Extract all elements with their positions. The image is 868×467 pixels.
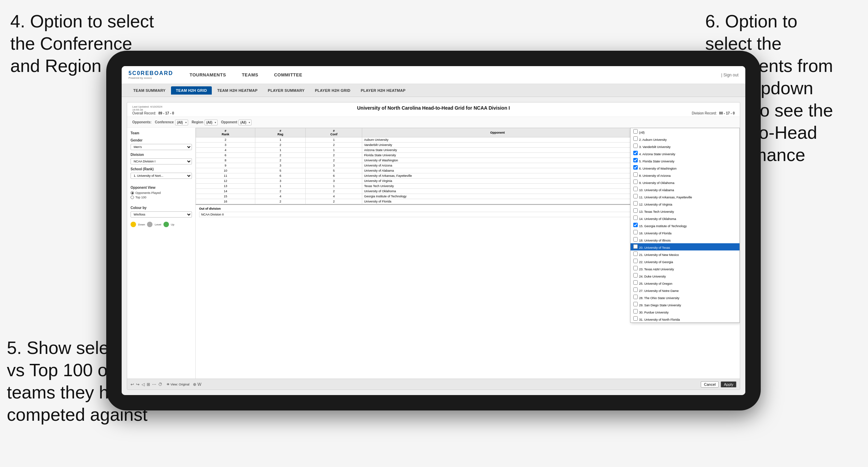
- cell-conf: 1: [306, 137, 362, 143]
- nav-teams[interactable]: TEAMS: [239, 71, 261, 79]
- cell-rag: 2: [255, 189, 306, 194]
- dropdown-item[interactable]: 4. Arizona State University: [631, 150, 739, 157]
- radio-opponents-dot: [131, 191, 134, 195]
- legend-level-dot: [147, 222, 152, 227]
- col-opponent: Opponent: [362, 128, 633, 137]
- dropdown-item[interactable]: 29. San Diego State University: [631, 301, 739, 308]
- cell-rank: 9: [196, 163, 255, 168]
- radio-group: Opponents Played Top 100: [131, 191, 192, 199]
- toolbar-actions: Cancel Apply: [701, 381, 736, 388]
- region-filter-label: Region: [192, 120, 203, 124]
- cell-rank: 6: [196, 153, 255, 158]
- dropdown-item[interactable]: 10. University of Alabama: [631, 186, 739, 193]
- toolbar-redo[interactable]: ↪: [136, 382, 139, 387]
- cell-rag: 5: [255, 168, 306, 173]
- dropdown-item[interactable]: 24. Duke University: [631, 272, 739, 279]
- subnav-player-summary[interactable]: PLAYER SUMMARY: [263, 86, 309, 95]
- toolbar-undo[interactable]: ↩: [131, 382, 134, 387]
- dropdown-item[interactable]: 8. University of Arizona: [631, 171, 739, 179]
- conference-select[interactable]: (All): [175, 120, 188, 125]
- division-select[interactable]: NCAA Division I: [131, 158, 192, 164]
- cell-conf: 5: [306, 168, 362, 173]
- sidebar-team-section: Team: [131, 131, 192, 136]
- cell-opponent: University of Alabama: [362, 168, 633, 173]
- dropdown-item[interactable]: 31. University of North Florida: [631, 315, 739, 322]
- dropdown-item[interactable]: 5. Florida State University: [631, 157, 739, 164]
- subnav-team-summary[interactable]: TEAM SUMMARY: [129, 86, 170, 95]
- nav-tournaments[interactable]: TOURNAMENTS: [187, 71, 229, 79]
- dropdown-item[interactable]: 11. University of Arkansas, Fayetteville: [631, 193, 739, 200]
- subnav-player-h2h-grid[interactable]: PLAYER H2H GRID: [310, 86, 355, 95]
- opponentview-label: Opponent View: [131, 186, 192, 189]
- subnav-player-h2h-heatmap[interactable]: PLAYER H2H HEATMAP: [356, 86, 411, 95]
- cell-rag: 2: [255, 153, 306, 158]
- cell-rank: 16: [196, 199, 255, 204]
- col-conf: #Conf: [306, 128, 362, 137]
- toolbar-expand[interactable]: ⊕ W: [193, 382, 201, 387]
- radio-top100-dot: [131, 196, 134, 199]
- opponents-label: Opponents:: [132, 120, 151, 124]
- dropdown-item[interactable]: 3. Vanderbilt University: [631, 143, 739, 150]
- cell-rank: 4: [196, 148, 255, 153]
- dropdown-item[interactable]: 23. Texas A&M University: [631, 265, 739, 272]
- dropdown-item[interactable]: 22. University of Georgia: [631, 258, 739, 265]
- region-select[interactable]: (All): [205, 120, 218, 125]
- nav-committee[interactable]: COMMITTEE: [271, 71, 305, 79]
- cell-rank: 13: [196, 184, 255, 189]
- dropdown-item[interactable]: 14. University of Oklahoma: [631, 214, 739, 222]
- dropdown-overlay: (All)2. Auburn University3. Vanderbilt U…: [630, 128, 740, 323]
- dropdown-item[interactable]: 9. University of Oklahoma: [631, 179, 739, 186]
- colour-label: Colour by: [131, 206, 192, 210]
- opponent-select-wrap[interactable]: (All): [239, 119, 252, 125]
- dropdown-item[interactable]: 30. Purdue University: [631, 308, 739, 315]
- cell-conf: 4: [306, 194, 362, 199]
- cell-opponent: Vanderbilt University: [362, 143, 633, 148]
- radio-top100[interactable]: Top 100: [131, 196, 192, 199]
- cell-conf: 2: [306, 143, 362, 148]
- legend-up-dot: [163, 222, 169, 227]
- colour-select[interactable]: Win/loss: [131, 211, 192, 218]
- apply-button[interactable]: Apply: [721, 381, 736, 388]
- dropdown-item[interactable]: 21. University of New Mexico: [631, 250, 739, 258]
- opponent-filter-label: Opponent: [221, 120, 237, 124]
- dropdown-item[interactable]: 2. Auburn University: [631, 135, 739, 143]
- subnav-team-h2h-heatmap[interactable]: TEAM H2H HEATMAP: [212, 86, 262, 95]
- dropdown-item[interactable]: (All): [631, 128, 739, 135]
- filter-group-region: Region (All): [192, 119, 218, 125]
- cell-rank: 10: [196, 168, 255, 173]
- team-label: Team: [131, 131, 192, 135]
- dropdown-item[interactable]: 27. University of Notre Dame: [631, 286, 739, 294]
- dropdown-item[interactable]: 28. The Ohio State University: [631, 294, 739, 301]
- cell-rag: 2: [255, 143, 306, 148]
- cell-conf: 2: [306, 189, 362, 194]
- dropdown-item[interactable]: 18. University of Illinois: [631, 236, 739, 243]
- nav-signout[interactable]: | Sign out: [721, 73, 738, 77]
- dropdown-item[interactable]: 20. University of Texas: [631, 243, 739, 250]
- toolbar-back[interactable]: ◁: [142, 382, 145, 387]
- sidebar: Team Gender Men's Division NCAA Division…: [127, 128, 196, 379]
- conference-select-wrap[interactable]: (All): [175, 119, 188, 125]
- toolbar-copy[interactable]: ⊞: [147, 382, 150, 387]
- filters-row: Opponents: Conference (All) Region: [127, 117, 740, 128]
- radio-opponents-played[interactable]: Opponents Played: [131, 191, 192, 195]
- school-select[interactable]: 1. University of Nort...: [131, 173, 192, 179]
- dropdown-item[interactable]: 6. University of Washington: [631, 164, 739, 171]
- nav-bar: 5C0REBOARD Powered by xxxxxx TOURNAMENTS…: [122, 66, 745, 84]
- gender-select[interactable]: Men's: [131, 144, 192, 150]
- dropdown-item[interactable]: 12. University of Virginia: [631, 200, 739, 207]
- toolbar-more[interactable]: ⋯: [152, 382, 156, 387]
- panel: Last Updated: 4/10/2024 16:55:38 Univers…: [127, 102, 740, 390]
- dropdown-item[interactable]: 13. Texas Tech University: [631, 207, 739, 214]
- subnav-team-h2h-grid[interactable]: TEAM H2H GRID: [171, 86, 212, 95]
- dropdown-item[interactable]: 16. University of Florida: [631, 229, 739, 236]
- panel-title: University of North Carolina Head-to-Hea…: [132, 105, 735, 111]
- dropdown-item[interactable]: 15. Georgia Institute of Technology: [631, 222, 739, 229]
- toolbar-clock[interactable]: ⏱: [158, 382, 162, 387]
- cancel-button[interactable]: Cancel: [701, 381, 719, 388]
- cell-rag: 3: [255, 179, 306, 184]
- dropdown-item[interactable]: 25. University of Oregon: [631, 279, 739, 286]
- region-select-wrap[interactable]: (All): [205, 119, 218, 125]
- cell-rag: 3: [255, 163, 306, 168]
- cell-conf: 2: [306, 153, 362, 158]
- opponent-select[interactable]: (All): [239, 120, 252, 125]
